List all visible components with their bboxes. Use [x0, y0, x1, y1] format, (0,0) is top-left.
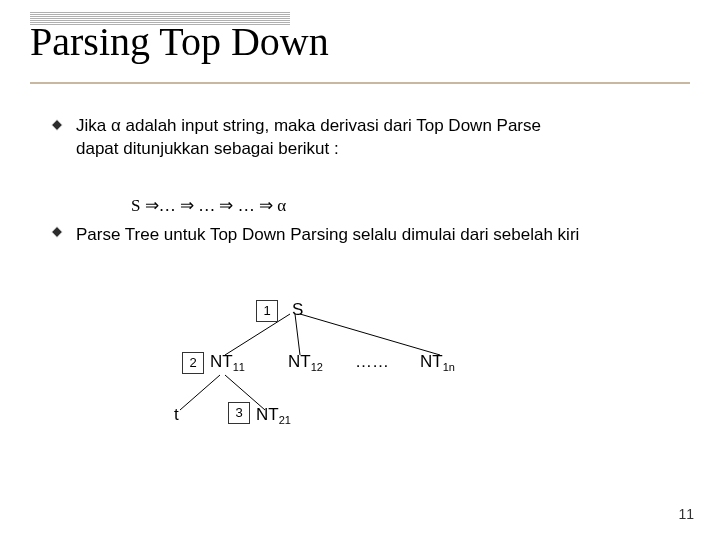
- diamond-bullet-icon: [50, 118, 64, 132]
- svg-rect-0: [51, 119, 62, 130]
- tree-root: S: [292, 300, 303, 320]
- slide: Parsing Top Down Jika α adalah input str…: [0, 0, 720, 540]
- derivation-line: S ⇒… ⇒ … ⇒ … ⇒ α: [131, 195, 690, 218]
- page-number: 11: [678, 506, 694, 522]
- bullet1-line1: Jika α adalah input string, maka derivas…: [76, 116, 541, 135]
- slide-title: Parsing Top Down: [30, 18, 329, 65]
- title-decoration: [30, 12, 290, 13]
- bullet2-line2: Parse Tree untuk Top Down Parsing selalu…: [76, 225, 579, 244]
- tree-ellipsis: ……: [355, 352, 389, 372]
- tree-edges: [170, 300, 570, 460]
- node-t: t: [174, 405, 179, 425]
- svg-line-7: [180, 375, 220, 410]
- bullet-1: Jika α adalah input string, maka derivas…: [50, 115, 670, 161]
- bullet-2: S ⇒… ⇒ … ⇒ … ⇒ α Parse Tree untuk Top Do…: [50, 195, 690, 247]
- node-nt12: NT12: [288, 352, 323, 373]
- node-nt21: NT21: [256, 405, 291, 426]
- svg-line-5: [295, 314, 300, 355]
- step-box-3: 3: [228, 402, 250, 424]
- svg-line-6: [300, 314, 440, 355]
- diamond-bullet-icon: [50, 225, 64, 239]
- bullet1-line2: dapat ditunjukkan sebagai berikut :: [76, 139, 339, 158]
- horizontal-divider: [30, 82, 690, 86]
- svg-rect-2: [51, 226, 62, 237]
- step-box-1: 1: [256, 300, 278, 322]
- step-box-2: 2: [182, 352, 204, 374]
- parse-tree-diagram: 1 S 2 NT11 NT12 …… NT1n t 3 NT21: [170, 300, 570, 460]
- node-nt11: NT11: [210, 352, 245, 373]
- node-nt1n: NT1n: [420, 352, 455, 373]
